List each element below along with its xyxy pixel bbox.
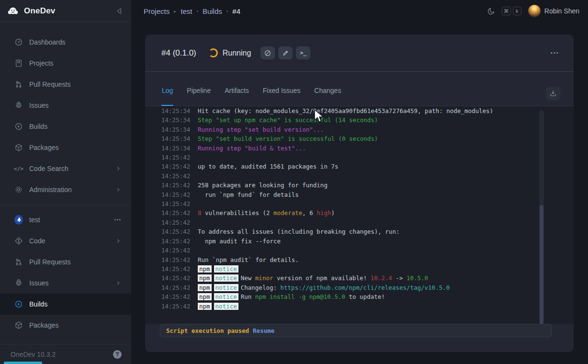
tab-artifacts[interactable]: Artifacts (224, 72, 249, 106)
log-segment: Changelog: (241, 284, 281, 291)
log-scrollbar-track[interactable] (539, 110, 544, 322)
package-icon (14, 321, 23, 330)
topbar: Projects▸test•Builds•#4 ⌘k Robin Shen (131, 0, 588, 22)
sidebar-item-code-search[interactable]: </>Code Search (0, 158, 131, 179)
bug-icon (14, 101, 23, 110)
more-options-button[interactable]: ••• (551, 50, 559, 56)
log-segment: notice (214, 293, 238, 300)
log-segment: https://github.com/npm/cli/releases/tag/… (281, 284, 450, 291)
log-timestamp: 14:25:34 (161, 134, 191, 143)
user-avatar[interactable] (528, 5, 541, 17)
breadcrumb-test[interactable]: test (181, 7, 192, 15)
breadcrumb--4: #4 (232, 7, 240, 15)
resume-link[interactable]: Resume (253, 327, 274, 334)
play-circle-icon (14, 300, 23, 308)
project-item-issues[interactable]: Issues (0, 273, 131, 294)
log-segment: 258 packages are looking for funding (198, 182, 328, 189)
sidebar-item-dashboards[interactable]: Dashboards (0, 32, 131, 53)
sidebar-item-label: Administration (29, 186, 115, 193)
log-segment: notice (214, 303, 238, 310)
log-segment: minor (255, 274, 273, 282)
log-line: 14:25:42 (161, 199, 574, 208)
dark-mode-toggle-icon[interactable] (487, 7, 495, 15)
project-item-builds[interactable]: Builds (0, 294, 131, 315)
log-message: run `npm fund` for details (198, 190, 299, 199)
log-line: 14:25:42258 packages are looking for fun… (161, 181, 574, 190)
bug-icon (14, 279, 23, 287)
log-line: 14:25:42 (161, 153, 574, 162)
sidebar-item-label: Dashboards (29, 38, 122, 46)
breadcrumb-projects[interactable]: Projects (144, 7, 170, 15)
log-segment: ) (331, 209, 335, 216)
log-line: 14:25:42npmnoticeChangelog: https://gith… (161, 283, 574, 292)
book-icon (14, 59, 23, 68)
sidebar-item-builds[interactable]: Builds (0, 116, 131, 137)
log-message: To address all issues (including breakin… (198, 227, 399, 236)
tab-changes[interactable]: Changes (314, 72, 341, 106)
log-segment: Running step "build & test"... (198, 145, 306, 152)
sidebar-item-issues[interactable]: Issues (0, 95, 131, 116)
log-message: Running step "build & test"... (198, 144, 306, 153)
log-segment: , 6 (302, 209, 317, 216)
project-item-packages[interactable]: Packages (0, 315, 131, 336)
log-scrollbar-thumb[interactable] (540, 205, 543, 324)
chevron-right-icon (115, 165, 122, 172)
log-timestamp: 14:25:42 (161, 162, 191, 171)
log-line: 14:25:42npmnotice (161, 264, 574, 273)
cancel-build-button[interactable] (260, 46, 275, 59)
build-status: Running (223, 49, 251, 57)
sidebar-item-pull-requests[interactable]: Pull Requests (0, 74, 131, 95)
log-segment: npm (198, 293, 212, 300)
download-log-button[interactable] (546, 87, 560, 100)
log-timestamp: 14:25:42 (161, 190, 191, 199)
log-line: 14:25:42Run `npm audit` for details. (161, 255, 574, 264)
log-segment: version of npm available! (273, 274, 370, 282)
log-message: Step "set build version" is successful (… (198, 134, 378, 143)
log-segment: run `npm fund` for details (198, 191, 299, 198)
sidebar-item-packages[interactable]: Packages (0, 137, 131, 158)
build-log: 14:25:34Hit cache (key: node_modules_32/… (145, 106, 574, 324)
edit-build-button[interactable] (278, 46, 293, 59)
code-search-icon: </> (14, 164, 23, 173)
project-options-button[interactable]: ••• (114, 217, 122, 222)
tab-pipeline[interactable]: Pipeline (186, 72, 211, 106)
log-line: 14:25:42npmnotice (161, 302, 574, 311)
sidebar-item-label: Projects (29, 59, 122, 67)
log-timestamp: 14:25:34 (161, 106, 191, 115)
log-segment: notice (214, 274, 238, 282)
tab-fixed-issues[interactable]: Fixed Issues (262, 72, 301, 106)
sidebar-header: OneDev (0, 0, 131, 22)
paused-message: Script execution paused (166, 327, 249, 334)
log-segment: npm install -g npm@10.5.0 (255, 293, 345, 300)
log-message: up to date, audited 1561 packages in 7s (198, 162, 339, 171)
topbar-right: ⌘k Robin Shen (487, 5, 579, 17)
sidebar-item-label: Pull Requests (29, 258, 122, 266)
log-timestamp: 14:25:42 (161, 273, 191, 283)
log-message: 8 vulnerabilities (2 moderate, 6 high) (198, 208, 335, 217)
log-segment: npm (198, 274, 212, 282)
play-circle-icon (14, 122, 23, 131)
web-terminal-button[interactable]: >_ (296, 46, 310, 59)
project-item-test[interactable]: test••• (0, 209, 131, 230)
sidebar-item-projects[interactable]: Projects (0, 53, 131, 74)
help-icon[interactable]: ? (113, 350, 122, 359)
log-segment: New (241, 274, 255, 282)
project-item-code[interactable]: Code (0, 230, 131, 251)
build-tabs: LogPipelineArtifactsFixed IssuesChanges (145, 72, 574, 106)
build-header: #4 (0.1.0) Running >_ ••• (145, 34, 574, 72)
log-line: 14:25:42npmnoticeNew minor version of np… (161, 273, 574, 283)
log-timestamp: 14:25:42 (161, 153, 191, 162)
project-item-pull-requests[interactable]: Pull Requests (0, 251, 131, 273)
log-line: 14:25:42To address all issues (including… (161, 227, 574, 236)
log-line: 14:25:34Running step "build & test"... (161, 144, 574, 153)
log-segment: 8 (198, 209, 202, 216)
log-message: npmnoticeNew minor version of npm availa… (198, 273, 428, 283)
user-name[interactable]: Robin Shen (544, 7, 579, 15)
sidebar-collapse-icon[interactable] (115, 7, 124, 15)
tab-log[interactable]: Log (161, 72, 173, 106)
sidebar-item-label: Builds (29, 300, 122, 308)
log-line: 14:25:42 run `npm fund` for details (161, 190, 574, 199)
sidebar-item-administration[interactable]: Administration (0, 179, 131, 200)
chevron-right-icon (115, 280, 122, 286)
breadcrumb-builds[interactable]: Builds (203, 7, 222, 15)
